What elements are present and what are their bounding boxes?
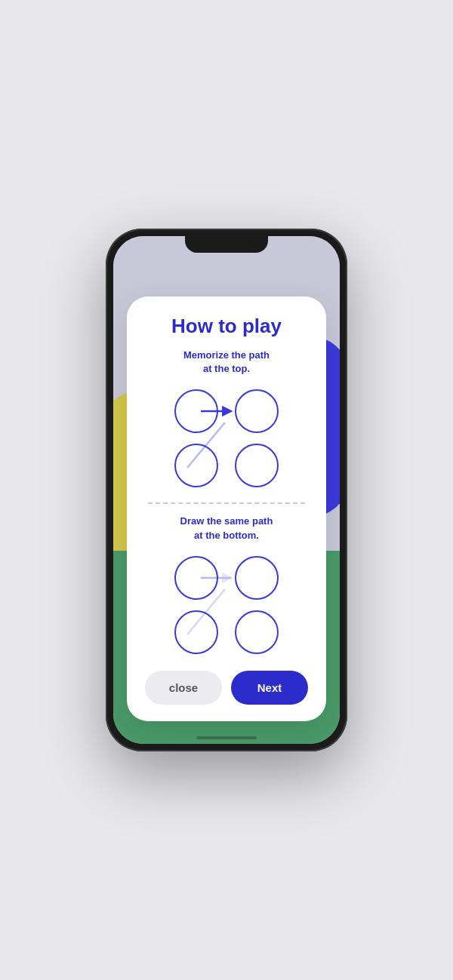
circle-top-3 bbox=[173, 442, 220, 489]
section2-label: Draw the same path at the bottom. bbox=[142, 515, 311, 542]
circle-bot-2 bbox=[233, 555, 280, 601]
circle-top-2 bbox=[233, 388, 280, 435]
next-button[interactable]: Next bbox=[231, 671, 308, 705]
svg-point-0 bbox=[175, 390, 217, 432]
how-to-play-modal: How to play Memorize the path at the top… bbox=[127, 296, 326, 721]
bottom-circle-row1 bbox=[154, 555, 299, 601]
svg-point-9 bbox=[236, 611, 278, 653]
top-circle-row1 bbox=[154, 388, 299, 435]
notch bbox=[185, 236, 268, 253]
top-circles bbox=[142, 385, 311, 492]
phone-screen: How to play Memorize the path at the top… bbox=[113, 236, 340, 744]
circle-top-4 bbox=[233, 442, 280, 489]
svg-point-1 bbox=[236, 390, 278, 432]
bottom-circles bbox=[142, 551, 311, 659]
close-button[interactable]: close bbox=[145, 671, 222, 705]
phone-frame: How to play Memorize the path at the top… bbox=[106, 229, 347, 751]
circle-top-1 bbox=[173, 388, 220, 435]
top-circle-row2 bbox=[154, 442, 299, 489]
svg-point-3 bbox=[236, 444, 278, 487]
svg-point-2 bbox=[175, 444, 217, 487]
bottom-circle-row2 bbox=[154, 609, 299, 656]
svg-point-8 bbox=[175, 611, 217, 653]
modal-title: How to play bbox=[142, 315, 311, 338]
circle-bot-4 bbox=[233, 609, 280, 656]
svg-point-7 bbox=[236, 557, 278, 599]
svg-point-6 bbox=[175, 557, 217, 599]
section-divider bbox=[148, 502, 305, 504]
circle-bot-1 bbox=[173, 555, 220, 601]
button-row: close Next bbox=[142, 671, 311, 705]
circle-bot-3 bbox=[173, 609, 220, 656]
section1-label: Memorize the path at the top. bbox=[142, 349, 311, 376]
